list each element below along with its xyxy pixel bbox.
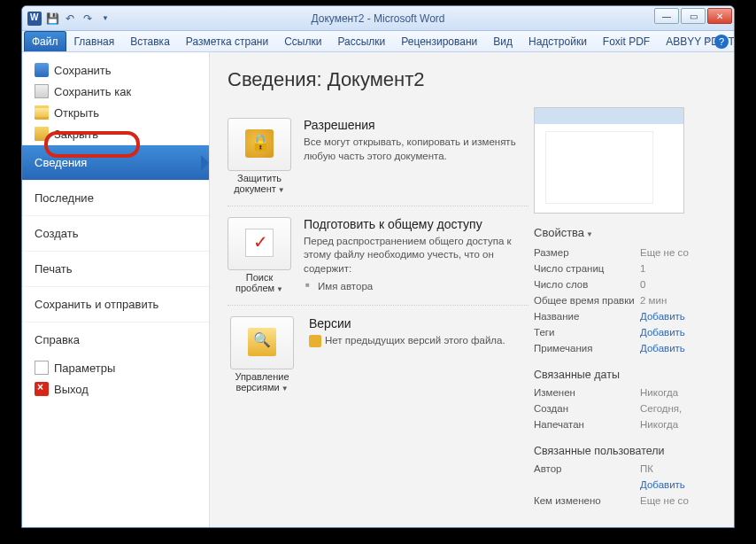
prop-comments-key: Примечания bbox=[534, 340, 640, 356]
check-issues-button[interactable]: Поиск проблем▼ bbox=[228, 217, 291, 294]
menu-save-label: Сохранить bbox=[54, 64, 112, 77]
help-icon[interactable]: ? bbox=[714, 35, 729, 49]
menu-options-label: Параметры bbox=[54, 361, 115, 375]
prop-size-val: Еще не со bbox=[640, 245, 711, 260]
prop-size-key: Размер bbox=[534, 245, 640, 260]
menu-new-label: Создать bbox=[35, 227, 78, 240]
menu-open-label: Открыть bbox=[54, 106, 99, 120]
menu-print-label: Печать bbox=[35, 262, 73, 276]
tab-foxit[interactable]: Foxit PDF bbox=[595, 31, 658, 51]
manage-versions-button[interactable]: Управление версиями▼ bbox=[228, 316, 297, 393]
tab-file[interactable]: Файл bbox=[24, 31, 66, 51]
tab-insert[interactable]: Вставка bbox=[122, 31, 178, 51]
menu-recent-label: Последние bbox=[35, 191, 94, 205]
related-people-header: Связанные пользователи bbox=[534, 445, 711, 457]
menu-help[interactable]: Справка bbox=[22, 322, 209, 357]
versions-body: Нет предыдущих версий этого файла. bbox=[309, 334, 505, 348]
ribbon-tabs: Файл Главная Вставка Разметка страни Ссы… bbox=[22, 31, 734, 52]
menu-print[interactable]: Печать bbox=[22, 251, 209, 286]
checklist-icon bbox=[245, 229, 274, 257]
qat-dropdown-icon[interactable]: ▼ bbox=[98, 12, 112, 26]
word-app-icon bbox=[27, 12, 42, 26]
related-dates-table: ИзмененНикогда СозданСегодня, НапечатанН… bbox=[534, 385, 711, 432]
versions-title: Версии bbox=[309, 316, 505, 330]
menu-open[interactable]: Открыть bbox=[22, 102, 209, 123]
prop-comments-val[interactable]: Добавить bbox=[640, 340, 711, 356]
prop-tags-val[interactable]: Добавить bbox=[640, 324, 711, 340]
open-folder-icon bbox=[35, 105, 49, 120]
menu-close[interactable]: Закрыть bbox=[22, 123, 209, 144]
lock-key-icon bbox=[245, 129, 274, 158]
info-heading: Сведения: Документ2 bbox=[228, 68, 727, 91]
qat-redo-icon[interactable]: ↷ bbox=[81, 12, 95, 26]
menu-recent[interactable]: Последние bbox=[22, 180, 209, 215]
prop-edit-val: 2 мин bbox=[640, 292, 711, 308]
permissions-body: Все могут открывать, копировать и изменя… bbox=[304, 136, 528, 163]
prop-created-val: Сегодня, bbox=[640, 400, 711, 416]
prop-pages-val: 1 bbox=[640, 260, 711, 276]
menu-saveas[interactable]: Сохранить как bbox=[22, 81, 209, 102]
quick-access-toolbar: 💾 ↶ ↷ ▼ bbox=[45, 12, 112, 26]
prepare-share-body: Перед распространением общего доступа к … bbox=[304, 235, 528, 276]
menu-options[interactable]: Параметры bbox=[22, 357, 209, 378]
close-doc-icon bbox=[35, 127, 49, 141]
prop-lastmod-key: Кем изменено bbox=[534, 493, 640, 509]
prop-printed-key: Напечатан bbox=[534, 416, 640, 432]
menu-saveas-label: Сохранить как bbox=[54, 85, 131, 98]
menu-new[interactable]: Создать bbox=[22, 215, 209, 251]
tab-references[interactable]: Ссылки bbox=[276, 31, 329, 51]
document-thumbnail[interactable] bbox=[534, 107, 684, 214]
chevron-down-icon: ▼ bbox=[586, 230, 593, 238]
version-doc-icon bbox=[309, 335, 321, 347]
backstage-view: Сохранить Сохранить как Открыть Закрыть … bbox=[22, 52, 734, 527]
ribbon-collapse-icon[interactable]: ^ bbox=[705, 36, 709, 46]
qat-undo-icon[interactable]: ↶ bbox=[63, 12, 77, 26]
menu-save[interactable]: Сохранить bbox=[22, 59, 209, 81]
tab-view[interactable]: Вид bbox=[485, 31, 521, 51]
prop-modified-val: Никогда bbox=[640, 385, 711, 400]
versions-icon bbox=[248, 328, 276, 356]
tab-home[interactable]: Главная bbox=[66, 31, 123, 51]
protect-document-button[interactable]: Защитить документ▼ bbox=[228, 118, 291, 195]
menu-info[interactable]: Сведения bbox=[22, 144, 209, 180]
prop-pages-key: Число страниц bbox=[534, 260, 640, 276]
exit-icon bbox=[35, 382, 49, 396]
dropdown-arrow-icon: ▼ bbox=[282, 385, 289, 392]
prop-author-val: ПК bbox=[640, 461, 711, 477]
tab-layout[interactable]: Разметка страни bbox=[178, 31, 276, 51]
menu-share[interactable]: Сохранить и отправить bbox=[22, 286, 209, 322]
properties-table: РазмерЕще не со Число страниц1 Число сло… bbox=[534, 245, 711, 356]
prop-printed-val: Никогда bbox=[640, 416, 711, 432]
permissions-title: Разрешения bbox=[304, 118, 528, 132]
properties-pane: Свойства▼ РазмерЕще не со Число страниц1… bbox=[534, 107, 711, 521]
prop-author-add[interactable]: Добавить bbox=[640, 477, 711, 493]
prop-lastmod-val: Еще не со bbox=[640, 493, 711, 509]
close-button[interactable]: ✕ bbox=[707, 8, 732, 24]
menu-share-label: Сохранить и отправить bbox=[35, 298, 158, 311]
prop-author-key: Автор bbox=[534, 461, 640, 477]
prop-words-val: 0 bbox=[640, 276, 711, 292]
related-dates-header: Связанные даты bbox=[534, 369, 711, 381]
dropdown-arrow-icon: ▼ bbox=[278, 186, 285, 194]
tab-review[interactable]: Рецензировани bbox=[393, 31, 485, 51]
permissions-section: Защитить документ▼ Разрешения Все могут … bbox=[228, 107, 528, 206]
backstage-menu: Сохранить Сохранить как Открыть Закрыть … bbox=[22, 52, 210, 527]
prepare-share-title: Подготовить к общему доступу bbox=[304, 217, 528, 231]
menu-exit[interactable]: Выход bbox=[22, 378, 209, 400]
prop-modified-key: Изменен bbox=[534, 385, 640, 400]
save-icon bbox=[35, 63, 49, 77]
dropdown-arrow-icon: ▼ bbox=[276, 285, 283, 293]
maximize-button[interactable]: ▭ bbox=[681, 8, 706, 24]
qat-save-icon[interactable]: 💾 bbox=[45, 12, 59, 26]
tab-addins[interactable]: Надстройки bbox=[521, 31, 595, 51]
prop-title-key: Название bbox=[534, 308, 640, 324]
app-window: 💾 ↶ ↷ ▼ Документ2 - Microsoft Word — ▭ ✕… bbox=[21, 5, 735, 528]
prop-words-key: Число слов bbox=[534, 276, 640, 292]
prop-title-val[interactable]: Добавить bbox=[640, 308, 711, 324]
info-panel: Сведения: Документ2 Защитить документ▼ Р… bbox=[210, 52, 734, 527]
minimize-button[interactable]: — bbox=[654, 8, 679, 24]
tab-mailings[interactable]: Рассылки bbox=[329, 31, 393, 51]
properties-dropdown[interactable]: Свойства▼ bbox=[534, 226, 711, 239]
versions-section: Управление версиями▼ Версии Нет предыдущ… bbox=[228, 306, 528, 404]
share-item-author: Имя автора bbox=[304, 279, 528, 293]
